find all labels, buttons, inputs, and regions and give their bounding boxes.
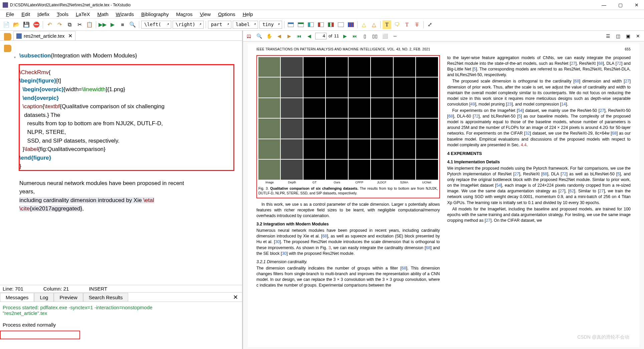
menu-view[interactable]: View [197,11,214,18]
table-button-5[interactable] [327,20,335,29]
stop-button[interactable]: ■ [118,20,127,29]
toolbar-separator [357,21,358,28]
menu-file[interactable]: File [3,11,17,18]
toolbar-separator [380,21,381,28]
menu-wizards[interactable]: Wizards [113,11,137,18]
pdf-hand-tool-button[interactable]: ✋ [265,32,273,40]
log-output: Process started: pdflatex.exe -synctex=1… [0,302,242,349]
pdf-figure-grid [258,57,438,180]
menu-idefix[interactable]: Idefix [34,11,53,18]
expand-button[interactable]: ⤢ [426,20,434,29]
toolbar-separator [43,21,43,28]
pdf-close-button[interactable]: ✕ [634,32,642,40]
bookmark-icon [4,45,11,52]
menu-math[interactable]: Math [94,11,112,18]
editor-tab[interactable]: res2net_article.tex ✕ [13,31,75,40]
view-log-button[interactable]: 🔍 [128,20,137,29]
window-maximize-button[interactable]: ▢ [616,2,625,8]
pdf-subsection-head: 4.1 Implementation Details [447,159,631,165]
menu-help[interactable]: Help [239,11,256,18]
tab-search-results[interactable]: Search Results [83,293,129,302]
note-button[interactable]: 🗨 [393,20,401,29]
window-close-button[interactable]: ✕ [632,2,641,8]
pdf-zoom-width-button[interactable]: ↔ [391,32,399,40]
cut-button[interactable]: ✂ [75,20,84,29]
pdf-single-page-button[interactable]: ▯ [361,32,369,40]
pdf-page-input[interactable] [315,33,327,39]
menu-bibliography[interactable]: Bibliography [138,11,172,18]
menu-bar: File Edit Idefix Tools LaTeX Math Wizard… [0,10,644,19]
new-file-button[interactable]: 📄 [2,20,11,29]
warning-yellow-icon[interactable]: △ [360,20,368,29]
table-button-7[interactable] [347,20,355,29]
fold-toggle[interactable]: ▾ [14,55,16,59]
log-line: "res2net_article".tex [3,310,239,316]
pdf-viewport[interactable]: IEEE TRANSACTIONS ON PATTERN ANALYSIS AN… [243,41,644,349]
log-close-button[interactable]: ✕ [229,293,242,302]
pdf-prev-page-button[interactable]: ◀ [305,32,313,40]
pdf-search-button[interactable]: 🔍 [255,32,263,40]
pdf-figure-caption: Fig. 3. Qualitative comparison of six ch… [258,186,438,195]
warning-orange-icon[interactable]: △ [370,20,378,29]
code-editor[interactable]: ▾ \subsection{Integration with Modern Mo… [0,41,242,285]
editor-status-bar: Line: 701 Column: 21 INSERT [0,285,242,292]
pdf-layout-1-button[interactable]: ☰ [604,32,612,40]
pdf-subsection-head: 3.2 Integration with Modern Modules [256,221,440,227]
pdf-back-button[interactable]: ◀ [275,32,283,40]
build-run-button[interactable]: ▶▶ [98,20,107,29]
close-file-button[interactable]: ⛔ [32,20,41,29]
pdf-layout-3-button[interactable]: ▣ [624,32,632,40]
undo-button[interactable]: ↶ [45,20,54,29]
tab-messages[interactable]: Messages [0,293,34,302]
toolbar-separator [96,21,96,28]
pdf-figure-box: ImageDepthGTOursCPFPJLDCFS2MAUCNet Fig. … [256,55,440,198]
tab-preview[interactable]: Preview [54,293,83,302]
compile-button[interactable]: ▶ [108,20,117,29]
pdf-page-total: 11 [334,33,339,38]
paste-button[interactable]: 📋 [85,20,94,29]
redo-button[interactable]: ↷ [55,20,64,29]
tab-log[interactable]: Log [34,293,54,302]
menu-options[interactable]: Options [215,11,239,18]
pdf-zoom-fit-button[interactable]: ⬜ [381,32,389,40]
menu-latex[interactable]: LaTeX [72,11,93,18]
save-icon [16,33,22,39]
open-file-button[interactable]: 📂 [12,20,21,29]
table-button-3[interactable] [306,20,315,29]
status-line-num: Line: 701 [3,286,23,292]
toolbar-separator [423,21,424,28]
window-title-bar: D:\CSDN\LatexWord2Latex\Res2Net\res2net_… [0,0,644,10]
label-combo[interactable]: label [233,21,258,29]
right-bracket-combo[interactable]: \right) [173,21,204,29]
pdf-next-page-button[interactable]: ▶ [341,32,349,40]
pdf-layout-2-button[interactable]: ◫ [614,32,622,40]
pdf-forward-button[interactable]: ▶ [285,32,293,40]
menu-edit[interactable]: Edit [18,11,33,18]
tiny-combo[interactable]: tiny [259,21,282,29]
menu-macros[interactable]: Macros [173,11,196,18]
window-minimize-button[interactable]: — [599,2,609,8]
table-button-2[interactable] [296,20,305,29]
table-button-4[interactable] [316,20,325,29]
menu-tools[interactable]: Tools [53,11,72,18]
text-t-button[interactable]: T [403,20,411,29]
pdf-continuous-button[interactable]: ▯▯ [371,32,379,40]
table-button-6[interactable] [337,20,345,29]
strike-t-button[interactable]: T [413,20,421,29]
pdf-subsubsection-head: 3.2.1 Dimension cardinality. [256,259,440,265]
tab-close-button[interactable]: ✕ [68,33,72,39]
document-icon [4,33,11,40]
table-button-1[interactable] [286,20,295,29]
toolbar-separator [206,21,206,28]
toolbar-separator [284,21,284,28]
copy-button[interactable]: ⧉ [65,20,74,29]
pdf-left-column: ImageDepthGTOursCPFPJLDCFS2MAUCNet Fig. … [256,55,440,289]
left-bracket-combo[interactable]: \left( [141,21,171,29]
status-col-num: Column: 21 [43,286,69,292]
highlight-t-button[interactable]: T [383,20,391,29]
pdf-first-page-button[interactable]: ⏮ [295,32,303,40]
save-file-button[interactable]: 💾 [22,20,31,29]
part-combo[interactable]: part [208,21,231,29]
pdf-last-page-button[interactable]: ⏭ [351,32,359,40]
pdf-page-of-label: of [329,33,332,38]
